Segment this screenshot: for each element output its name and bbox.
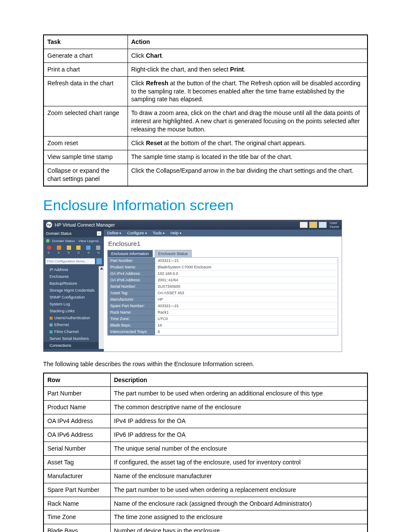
vcm-screenshot: hp HP Virtual Connect Manager User Home … xyxy=(43,220,342,352)
row-cell: Asset Tag xyxy=(44,455,110,469)
vcm-titlebar: hp HP Virtual Connect Manager User Home xyxy=(44,220,342,230)
task-cell: Generate a chart xyxy=(44,49,128,62)
vcm-menubar: DefineConfigureToolsHelp xyxy=(104,230,342,236)
menu-tools[interactable]: Tools xyxy=(153,231,165,235)
task-cell: Refresh data in the chart xyxy=(44,76,128,106)
info-label: Spare Part Number: xyxy=(108,303,155,309)
action-cell: Click Chart. xyxy=(128,49,367,62)
sidebar-item-fibre-channel[interactable]: Fibre Channel xyxy=(44,328,104,335)
status-type-icon[interactable] xyxy=(67,246,71,250)
header-icon-2[interactable] xyxy=(309,222,317,228)
sidebar-item-ip-address[interactable]: IP Address xyxy=(44,266,104,273)
status-type-icon[interactable] xyxy=(47,246,51,250)
menu-help[interactable]: Help xyxy=(171,231,181,235)
search-go-button[interactable] xyxy=(96,258,102,264)
status-type-icon[interactable] xyxy=(57,246,61,250)
sidebar-item-stacking-links[interactable]: Stacking Links xyxy=(44,308,104,314)
description-cell: Name of the enclosure manufacturer xyxy=(110,469,367,483)
status-type-icon[interactable] xyxy=(76,246,81,250)
description-cell: If configured, the asset tag of the encl… xyxy=(110,455,367,469)
description-cell: The part number to be used when ordering… xyxy=(110,387,367,401)
row-cell: Manufacturer xyxy=(44,469,110,483)
description-cell: The part number to be used when ordering… xyxy=(110,483,367,497)
description-cell: Name of the enclosure rack (assigned thr… xyxy=(110,497,367,510)
row-cell: Rack Name xyxy=(44,497,110,510)
description-cell: Number of device bays in the enclosure xyxy=(110,524,367,532)
menu-define[interactable]: Define xyxy=(107,231,121,235)
vcm-app-title: HP Virtual Connect Manager xyxy=(55,222,115,227)
action-cell: To draw a zoom area, click on the chart … xyxy=(128,106,367,137)
info-label: OA IPv6 Address: xyxy=(108,277,155,283)
sidebar-item-system-log[interactable]: System Log xyxy=(44,301,104,308)
user-home-link[interactable]: User Home xyxy=(330,221,339,229)
info-value: 2001::41/64 xyxy=(155,277,338,283)
sidebar-item-enclosures[interactable]: Enclosures xyxy=(44,273,104,280)
status-icon-row xyxy=(44,245,104,251)
info-value: HP xyxy=(155,296,338,303)
row-description-table: Row Description Part NumberThe part numb… xyxy=(43,373,368,532)
info-value: 403321—21 xyxy=(155,258,338,264)
status-count: 0 xyxy=(48,251,50,255)
intro-text: The following table describes the rows w… xyxy=(43,361,368,367)
info-value: BladeSystem C7000 Enclosure xyxy=(155,264,338,271)
vcm-sidebar: Domain Status – Domain Status View Legen… xyxy=(44,230,104,352)
description-cell: The common descriptive name of the enclo… xyxy=(110,401,367,414)
vcm-main: DefineConfigureToolsHelp Enclosure1 Encl… xyxy=(104,230,342,352)
info-label: Serial Number: xyxy=(108,283,155,290)
status-count: 0 xyxy=(87,251,89,255)
status-type-icon[interactable] xyxy=(86,246,90,250)
info-label: Time Zone: xyxy=(108,316,155,322)
sidebar-item-users-authentication[interactable]: Users/Authentication xyxy=(44,314,104,321)
vcm-tabs: Enclosure InformationEnclosure Status xyxy=(104,250,342,257)
status-ok-icon xyxy=(46,239,50,243)
row-cell: OA IPv4 Address xyxy=(44,414,110,428)
info-label: Rack Name: xyxy=(108,309,155,316)
action-cell: The sample time stamp is located in the … xyxy=(128,150,367,164)
row-cell: Product Name xyxy=(44,401,110,414)
info-value: UTC0 xyxy=(155,316,338,322)
info-value: 2UX7340600 xyxy=(155,283,338,290)
row-cell: Time Zone xyxy=(44,510,110,524)
status-count: 0 xyxy=(58,251,59,255)
action-cell: Click the Collapse/Expand arrow in the b… xyxy=(128,164,367,186)
sidebar-scrollbar[interactable] xyxy=(99,266,104,349)
sidebar-item-snmp-configuration[interactable]: SNMP Configuration xyxy=(44,294,104,301)
info-value: 192.168.6.0 xyxy=(155,271,338,277)
col-action: Action xyxy=(128,35,367,49)
sidebar-item-storage-mgmt-credentials[interactable]: Storage Mgmt Credentials xyxy=(44,287,104,294)
sidebar-item-backup-restore[interactable]: Backup/Restore xyxy=(44,280,104,287)
sidebar-nav: IP AddressEnclosuresBackup/RestoreStorag… xyxy=(44,266,104,349)
tab-enclosure-information[interactable]: Enclosure Information xyxy=(107,250,153,257)
sidebar-item-ethernet[interactable]: Ethernet xyxy=(44,321,104,328)
col-task: Task xyxy=(44,35,128,49)
domain-status-row[interactable]: Domain Status View Legend... xyxy=(44,237,104,245)
info-label: OA IPv4 Address: xyxy=(108,271,155,277)
task-cell: Collapse or expand the chart settings pa… xyxy=(44,164,128,186)
tab-enclosure-status[interactable]: Enclosure Status xyxy=(155,250,192,257)
search-input[interactable] xyxy=(45,258,95,264)
status-type-icon[interactable] xyxy=(96,246,100,250)
task-cell: Print a chart xyxy=(44,62,128,76)
info-label: Blade Bays: xyxy=(108,322,155,329)
info-label: Part Number: xyxy=(108,258,155,264)
domain-status-header: Domain Status – xyxy=(44,230,104,237)
status-count-row: 000000 xyxy=(44,251,104,256)
description-cell: IPv4 IP address for the OA xyxy=(110,414,367,428)
info-value: OA ASSET 453 xyxy=(155,290,338,296)
sidebar-item-server-serial-numbers[interactable]: Server Serial Numbers xyxy=(44,335,104,342)
header-icon-3[interactable] xyxy=(319,222,327,228)
sidebar-item-connections[interactable]: Connections xyxy=(44,342,104,349)
menu-configure[interactable]: Configure xyxy=(127,231,146,235)
hp-logo-icon: hp xyxy=(46,222,52,228)
info-value: 8 xyxy=(155,329,338,335)
header-icon-1[interactable] xyxy=(300,222,308,228)
action-cell: Click Refresh at the button of the chart… xyxy=(128,76,367,106)
status-count: 0 xyxy=(78,251,79,255)
collapse-icon[interactable]: – xyxy=(97,231,101,236)
row-cell: Blade Bays xyxy=(44,524,110,532)
row-cell: OA IPv6 Address xyxy=(44,428,110,442)
info-value: 16 xyxy=(155,322,338,329)
action-cell: Right-click the chart, and then select P… xyxy=(128,62,367,76)
row-cell: Serial Number xyxy=(44,442,110,456)
description-cell: The unique serial number of the enclosur… xyxy=(110,442,367,456)
